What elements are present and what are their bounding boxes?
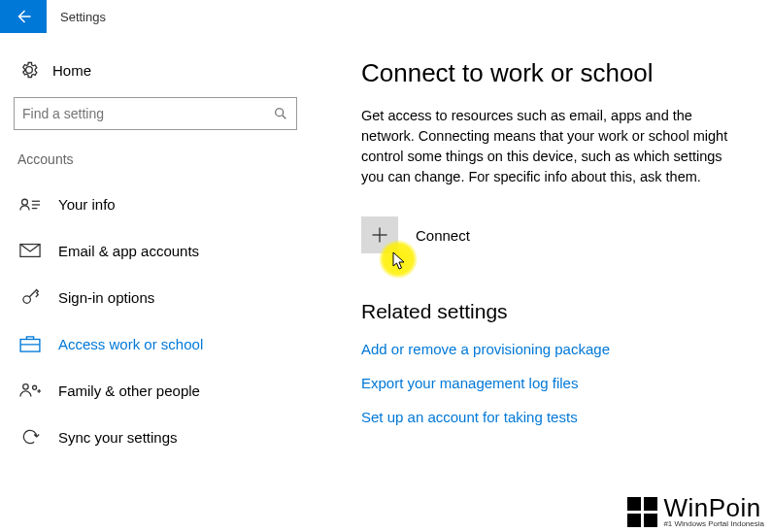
svg-point-2 [22, 199, 28, 205]
svg-point-9 [23, 384, 29, 390]
arrow-left-icon [15, 8, 32, 25]
connect-button[interactable]: Connect [361, 216, 743, 253]
search-input[interactable] [22, 106, 273, 121]
connect-label: Connect [416, 227, 470, 244]
watermark-logo-icon [627, 497, 657, 527]
key-icon [19, 287, 41, 307]
sidebar: Home Accounts Your info Email & app acco… [0, 33, 311, 532]
sidebar-item-label: Sync your settings [58, 429, 178, 446]
svg-point-10 [33, 385, 37, 389]
watermark: WinPoin #1 Windows Portal Indonesia [627, 495, 764, 528]
sidebar-item-label: Family & other people [58, 382, 200, 399]
svg-rect-8 [20, 340, 40, 352]
watermark-tagline: #1 Windows Portal Indonesia [663, 520, 764, 528]
home-button[interactable]: Home [14, 54, 297, 97]
cursor-icon [392, 251, 408, 274]
briefcase-icon [19, 334, 41, 353]
category-label: Accounts [14, 151, 297, 181]
mail-icon [19, 241, 41, 260]
sidebar-item-family[interactable]: Family & other people [14, 367, 297, 414]
page-description: Get access to resources such as email, a… [361, 106, 743, 187]
gear-icon [19, 60, 39, 80]
sidebar-item-sync[interactable]: Sync your settings [14, 414, 297, 460]
watermark-name: WinPoin [663, 495, 764, 520]
sidebar-item-label: Email & app accounts [58, 243, 199, 259]
svg-line-1 [283, 116, 285, 118]
svg-point-0 [276, 109, 284, 116]
sidebar-item-email-accounts[interactable]: Email & app accounts [14, 227, 297, 274]
sync-icon [19, 427, 41, 447]
related-settings-title: Related settings [361, 300, 743, 323]
sidebar-item-label: Access work or school [58, 336, 203, 352]
sidebar-item-label: Your info [58, 196, 116, 213]
sidebar-item-access-work-school[interactable]: Access work or school [14, 320, 297, 367]
search-icon [273, 106, 288, 121]
title-bar: Settings [0, 0, 772, 33]
main-content: Connect to work or school Get access to … [311, 33, 772, 532]
people-icon [19, 381, 41, 400]
link-provisioning-package[interactable]: Add or remove a provisioning package [361, 341, 743, 357]
link-setup-test-account[interactable]: Set up an account for taking tests [361, 409, 743, 425]
person-card-icon [19, 194, 41, 214]
sidebar-item-label: Sign-in options [58, 289, 154, 306]
page-title: Connect to work or school [361, 58, 743, 88]
sidebar-item-signin-options[interactable]: Sign-in options [14, 274, 297, 320]
home-label: Home [52, 62, 91, 79]
back-button[interactable] [0, 0, 47, 33]
app-title: Settings [47, 0, 106, 33]
link-export-logs[interactable]: Export your management log files [361, 375, 743, 391]
plus-icon [361, 216, 398, 253]
sidebar-item-your-info[interactable]: Your info [14, 181, 297, 227]
search-box[interactable] [14, 97, 297, 130]
